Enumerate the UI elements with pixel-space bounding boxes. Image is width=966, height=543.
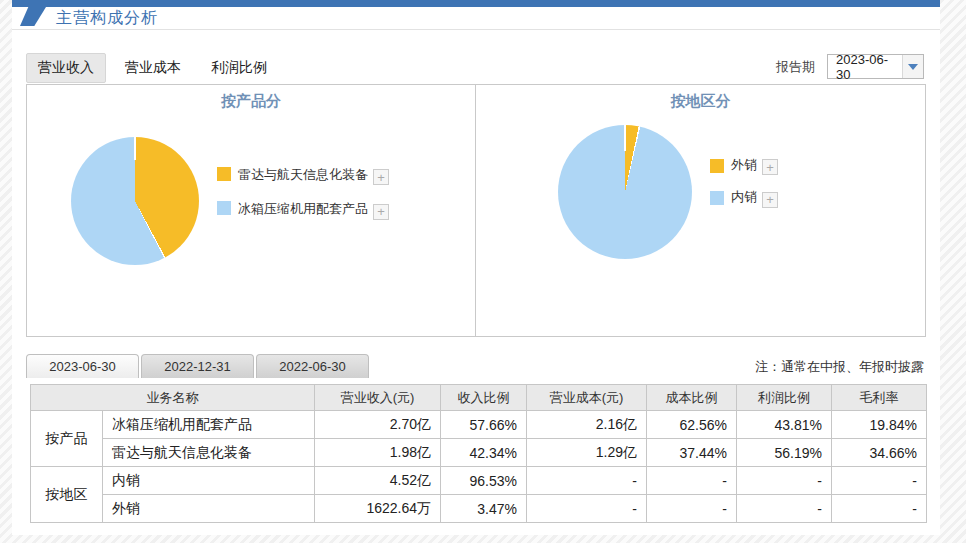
select-caret-area[interactable] [902, 55, 923, 78]
pie-chart-by-region[interactable] [558, 125, 692, 259]
date-tab-2022-06-30[interactable]: 2022-06-30 [256, 354, 369, 378]
legend-swatch-yellow [217, 167, 231, 181]
cell-revenue-ratio: 57.66% [441, 411, 527, 439]
cell-revenue: 1.98亿 [315, 439, 441, 467]
legend-swatch-blue [217, 201, 231, 215]
col-revenue-ratio: 收入比例 [441, 385, 527, 411]
expand-plus-icon[interactable]: + [762, 192, 778, 208]
top-accent-bar [12, 0, 940, 7]
tab-operating-revenue[interactable]: 营业收入 [26, 53, 106, 83]
chart-by-region-title: 按地区分 [476, 92, 925, 111]
tab-profit-ratio[interactable]: 利润比例 [200, 54, 278, 82]
legend-label: 内销 [731, 189, 757, 204]
cell-profit-ratio: - [737, 467, 832, 495]
col-revenue: 营业收入(元) [315, 385, 441, 411]
legend-item-compressor-parts[interactable]: 冰箱压缩机用配套产品+ [217, 199, 395, 220]
cell-cost-ratio: 62.56% [647, 411, 737, 439]
chart-panel: 按产品分 雷达与航天信息化装备+ 冰箱压缩机用配套产品+ [26, 84, 926, 337]
table-header-row: 业务名称 营业收入(元) 收入比例 营业成本(元) 成本比例 利润比例 毛利率 [31, 385, 927, 411]
date-tab-2022-12-31[interactable]: 2022-12-31 [141, 354, 254, 378]
legend-by-region: 外销+ 内销+ [710, 155, 778, 220]
col-profit-ratio: 利润比例 [737, 385, 832, 411]
table-row: 雷达与航天信息化装备 1.98亿 42.34% 1.29亿 37.44% 56.… [31, 439, 927, 467]
cell-revenue: 2.70亿 [315, 411, 441, 439]
legend-swatch-blue [710, 191, 724, 205]
table-row: 按产品 冰箱压缩机用配套产品 2.70亿 57.66% 2.16亿 62.56%… [31, 411, 927, 439]
tab-operating-cost[interactable]: 营业成本 [114, 54, 192, 82]
cell-revenue-ratio: 96.53% [441, 467, 527, 495]
cell-cost: - [527, 467, 647, 495]
group-by-region: 按地区 [31, 467, 103, 523]
main-panel: 主营构成分析 营业收入 营业成本 利润比例 报告期 2023-06-30 按产品… [12, 0, 940, 535]
legend-label: 外销 [731, 157, 757, 172]
chart-by-product-title: 按产品分 [27, 92, 475, 111]
cell-gross-margin: - [832, 467, 927, 495]
legend-item-domestic[interactable]: 内销+ [710, 187, 778, 208]
page-title: 主营构成分析 [56, 8, 158, 29]
cell-profit-ratio: 56.19% [737, 439, 832, 467]
cell-gross-margin: 34.66% [832, 439, 927, 467]
legend-item-export[interactable]: 外销+ [710, 155, 778, 176]
cell-profit-ratio: - [737, 495, 832, 523]
cell-cost: - [527, 495, 647, 523]
report-period: 报告期 2023-06-30 [776, 54, 924, 79]
legend-by-product: 雷达与航天信息化装备+ 冰箱压缩机用配套产品+ [217, 165, 395, 234]
cell-revenue-ratio: 3.47% [441, 495, 527, 523]
table-row: 按地区 内销 4.52亿 96.53% - - - - [31, 467, 927, 495]
cell-cost-ratio: 37.44% [647, 439, 737, 467]
date-tab-2023-06-30[interactable]: 2023-06-30 [26, 354, 139, 378]
cell-profit-ratio: 43.81% [737, 411, 832, 439]
composition-table: 业务名称 营业收入(元) 收入比例 营业成本(元) 成本比例 利润比例 毛利率 … [30, 384, 927, 523]
cell-cost-ratio: - [647, 495, 737, 523]
col-business-name: 业务名称 [31, 385, 315, 411]
report-period-value: 2023-06-30 [828, 55, 902, 78]
report-period-select[interactable]: 2023-06-30 [827, 54, 924, 79]
date-tabs-row: 2023-06-30 2022-12-31 2022-06-30 注：通常在中报… [26, 354, 926, 378]
cell-revenue-ratio: 42.34% [441, 439, 527, 467]
section-header: 主营构成分析 [12, 7, 940, 30]
cell-business-name: 外销 [103, 495, 315, 523]
cell-cost: 2.16亿 [527, 411, 647, 439]
cell-business-name: 雷达与航天信息化装备 [103, 439, 315, 467]
cell-gross-margin: - [832, 495, 927, 523]
legend-swatch-yellow [710, 159, 724, 173]
group-by-product: 按产品 [31, 411, 103, 467]
cell-revenue: 4.52亿 [315, 467, 441, 495]
col-cost: 营业成本(元) [527, 385, 647, 411]
expand-plus-icon[interactable]: + [762, 159, 778, 175]
metric-tabs: 营业收入 营业成本 利润比例 报告期 2023-06-30 [26, 54, 926, 81]
cell-cost: 1.29亿 [527, 439, 647, 467]
legend-item-radar-aerospace[interactable]: 雷达与航天信息化装备+ [217, 165, 395, 186]
chart-by-product: 按产品分 雷达与航天信息化装备+ 冰箱压缩机用配套产品+ [27, 85, 476, 336]
expand-plus-icon[interactable]: + [373, 204, 389, 220]
col-cost-ratio: 成本比例 [647, 385, 737, 411]
chart-by-region: 按地区分 外销+ 内销+ [476, 85, 925, 336]
cell-business-name: 内销 [103, 467, 315, 495]
table-row: 外销 1622.64万 3.47% - - - - [31, 495, 927, 523]
cell-revenue: 1622.64万 [315, 495, 441, 523]
cell-cost-ratio: - [647, 467, 737, 495]
cell-business-name: 冰箱压缩机用配套产品 [103, 411, 315, 439]
col-gross-margin: 毛利率 [832, 385, 927, 411]
legend-label: 雷达与航天信息化装备 [238, 167, 368, 182]
report-period-label: 报告期 [776, 58, 815, 76]
chevron-down-icon [908, 64, 918, 70]
disclosure-note: 注：通常在中报、年报时披露 [755, 358, 924, 376]
pie-chart-by-product[interactable] [71, 137, 199, 265]
cell-gross-margin: 19.84% [832, 411, 927, 439]
legend-label: 冰箱压缩机用配套产品 [238, 201, 368, 216]
expand-plus-icon[interactable]: + [373, 169, 389, 185]
